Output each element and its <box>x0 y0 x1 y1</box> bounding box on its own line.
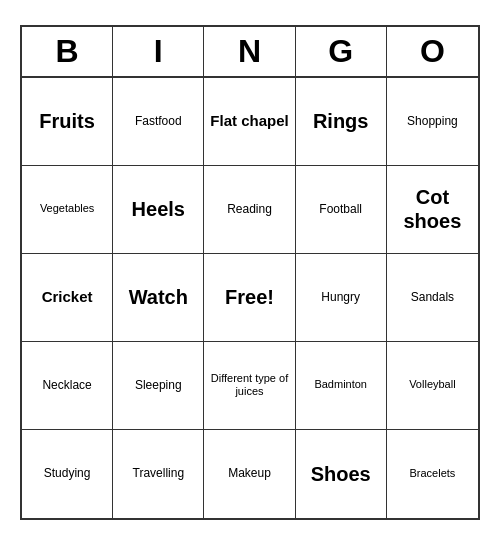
cell-text-4: Shopping <box>407 114 458 128</box>
cell-text-16: Sleeping <box>135 378 182 392</box>
bingo-cell-14: Sandals <box>387 254 478 342</box>
cell-text-14: Sandals <box>411 290 454 304</box>
bingo-cell-3: Rings <box>296 78 387 166</box>
cell-text-24: Bracelets <box>409 467 455 480</box>
bingo-cell-22: Makeup <box>204 430 295 518</box>
cell-text-5: Vegetables <box>40 202 94 215</box>
bingo-cell-9: Cot shoes <box>387 166 478 254</box>
cell-text-8: Football <box>319 202 362 216</box>
header-letter-n: N <box>204 27 295 76</box>
bingo-cell-10: Cricket <box>22 254 113 342</box>
bingo-cell-1: Fastfood <box>113 78 204 166</box>
bingo-cell-5: Vegetables <box>22 166 113 254</box>
cell-text-10: Cricket <box>42 288 93 306</box>
bingo-cell-8: Football <box>296 166 387 254</box>
cell-text-3: Rings <box>313 109 369 133</box>
cell-text-22: Makeup <box>228 466 271 480</box>
cell-text-6: Heels <box>132 197 185 221</box>
cell-text-21: Travelling <box>133 466 185 480</box>
bingo-cell-20: Studying <box>22 430 113 518</box>
cell-text-12: Free! <box>225 285 274 309</box>
cell-text-9: Cot shoes <box>391 185 474 233</box>
cell-text-23: Shoes <box>311 462 371 486</box>
cell-text-11: Watch <box>129 285 188 309</box>
cell-text-1: Fastfood <box>135 114 182 128</box>
cell-text-15: Necklace <box>42 378 91 392</box>
bingo-cell-19: Volleyball <box>387 342 478 430</box>
cell-text-7: Reading <box>227 202 272 216</box>
cell-text-18: Badminton <box>314 378 367 391</box>
header-letter-o: O <box>387 27 478 76</box>
bingo-cell-21: Travelling <box>113 430 204 518</box>
bingo-cell-6: Heels <box>113 166 204 254</box>
bingo-cell-13: Hungry <box>296 254 387 342</box>
bingo-cell-24: Bracelets <box>387 430 478 518</box>
bingo-cell-18: Badminton <box>296 342 387 430</box>
header-letter-g: G <box>296 27 387 76</box>
bingo-cell-2: Flat chapel <box>204 78 295 166</box>
bingo-grid: FruitsFastfoodFlat chapelRingsShoppingVe… <box>22 78 478 518</box>
bingo-cell-4: Shopping <box>387 78 478 166</box>
cell-text-13: Hungry <box>321 290 360 304</box>
cell-text-17: Different type of juices <box>208 372 290 398</box>
bingo-cell-23: Shoes <box>296 430 387 518</box>
bingo-cell-15: Necklace <box>22 342 113 430</box>
header-letter-b: B <box>22 27 113 76</box>
bingo-cell-11: Watch <box>113 254 204 342</box>
cell-text-20: Studying <box>44 466 91 480</box>
cell-text-2: Flat chapel <box>210 112 288 130</box>
bingo-cell-16: Sleeping <box>113 342 204 430</box>
bingo-cell-17: Different type of juices <box>204 342 295 430</box>
cell-text-0: Fruits <box>39 109 95 133</box>
bingo-cell-0: Fruits <box>22 78 113 166</box>
bingo-cell-12: Free! <box>204 254 295 342</box>
bingo-card: BINGO FruitsFastfoodFlat chapelRingsShop… <box>20 25 480 520</box>
bingo-header: BINGO <box>22 27 478 78</box>
bingo-cell-7: Reading <box>204 166 295 254</box>
cell-text-19: Volleyball <box>409 378 455 391</box>
header-letter-i: I <box>113 27 204 76</box>
